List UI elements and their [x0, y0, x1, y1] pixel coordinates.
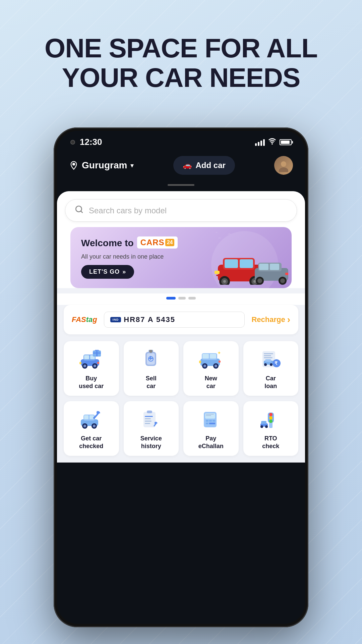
service-history-card[interactable]: Servicehistory: [124, 401, 179, 456]
svg-point-12: [223, 280, 226, 283]
banner-pagination: [57, 293, 305, 305]
lets-go-button[interactable]: LET'S GO »: [81, 265, 134, 279]
pay-echallan-icon: [197, 408, 224, 431]
welcome-banner[interactable]: ⌒ ⌒ ⌒ Welcome to CARS 24 All you: [70, 227, 292, 288]
user-avatar[interactable]: [274, 156, 293, 175]
svg-point-2: [281, 161, 286, 167]
add-car-button[interactable]: 🚗 Add car: [173, 156, 235, 175]
rto-check-card[interactable]: RTOcheck: [243, 401, 299, 456]
search-icon: [75, 205, 83, 216]
location-pin-icon: [69, 161, 78, 170]
wifi-icon: [268, 138, 276, 146]
svg-point-43: [149, 350, 153, 353]
headline-line2: YOUR CAR NEEDS: [27, 63, 335, 93]
status-time: 12:30: [80, 137, 102, 147]
battery-icon: [280, 139, 292, 145]
svg-point-15: [253, 280, 256, 283]
svg-point-98: [260, 425, 263, 428]
svg-rect-59: [264, 353, 273, 354]
plate-number: HR87 A 5435: [124, 315, 175, 324]
headline-line1: ONE SPACE FOR ALL: [27, 34, 335, 63]
svg-rect-77: [147, 411, 152, 413]
buy-used-car-card[interactable]: Buyused car: [64, 341, 119, 396]
banner-content: Welcome to CARS 24 All your car needs in…: [81, 236, 281, 279]
svg-point-26: [280, 278, 285, 283]
svg-rect-63: [265, 359, 271, 362]
svg-rect-61: [264, 357, 273, 358]
svg-point-93: [269, 413, 273, 416]
new-car-card[interactable]: ✦ Newcar: [183, 341, 239, 396]
pay-echallan-label: PayeChallan: [198, 435, 224, 450]
svg-point-94: [269, 416, 273, 420]
navigation-bar: Gurugram ▾ 🚗 Add car: [57, 151, 305, 181]
car-loan-label: Carloan: [264, 375, 277, 390]
svg-rect-40: [96, 351, 98, 357]
signal-icon: [255, 139, 265, 146]
page-headline: ONE SPACE FOR ALL YOUR CAR NEEDS: [0, 34, 362, 93]
svg-rect-60: [264, 355, 271, 356]
svg-rect-56: [219, 361, 221, 363]
car-add-icon: 🚗: [183, 161, 192, 170]
recharge-arrow: ›: [287, 314, 290, 325]
svg-rect-80: [145, 421, 152, 422]
avatar-icon: [277, 159, 290, 172]
fastag-section[interactable]: FAStag IND HR87 A 5435 Recharge ›: [64, 305, 298, 334]
status-bar: 12:30: [57, 131, 305, 151]
svg-point-35: [94, 365, 96, 367]
swipe-indicator: [57, 181, 305, 191]
search-bar[interactable]: Search cars by model: [65, 199, 297, 222]
svg-point-52: [203, 365, 206, 367]
car-loan-icon: ₹: [257, 348, 284, 371]
pay-echallan-card[interactable]: PayeChallan: [183, 401, 239, 456]
banner-dot-3[interactable]: [188, 297, 196, 300]
svg-rect-87: [206, 423, 208, 424]
sell-car-card[interactable]: Sellcar: [124, 341, 179, 396]
banner-subtitle: All your car needs in one place: [81, 253, 281, 260]
svg-line-5: [81, 211, 82, 213]
lets-go-arrows: »: [122, 268, 126, 275]
banner-dot-1[interactable]: [166, 297, 176, 300]
get-car-checked-label: Get carchecked: [79, 435, 103, 450]
brand-badge: 24: [165, 239, 175, 246]
svg-point-65: [270, 363, 273, 366]
brand-name: CARS: [140, 238, 165, 247]
rto-check-icon: [257, 408, 284, 431]
status-icons: [255, 138, 292, 146]
banner-welcome-text: Welcome to: [81, 238, 134, 249]
svg-rect-49: [202, 354, 209, 359]
add-car-label: Add car: [196, 161, 226, 170]
phone-mockup: 12:30: [54, 127, 308, 627]
get-car-checked-card[interactable]: Get carchecked: [64, 401, 119, 456]
svg-rect-55: [199, 361, 201, 363]
svg-point-73: [83, 425, 86, 427]
svg-point-33: [83, 365, 86, 367]
services-row-1: Buyused car: [57, 341, 305, 401]
svg-rect-84: [206, 420, 208, 422]
svg-rect-36: [79, 362, 81, 364]
banner-dot-2[interactable]: [178, 297, 186, 300]
recharge-label: Recharge: [251, 315, 285, 324]
svg-rect-81: [145, 423, 150, 424]
svg-rect-89: [206, 414, 214, 415]
car-loan-card[interactable]: ₹ Carloan: [243, 341, 299, 396]
rto-check-label: RTOcheck: [262, 435, 279, 450]
svg-rect-30: [84, 355, 89, 359]
svg-point-75: [93, 425, 96, 427]
cars24-logo: CARS 24: [137, 236, 178, 249]
sell-car-icon: [138, 348, 165, 371]
svg-point-24: [257, 278, 262, 283]
svg-text:✦: ✦: [217, 350, 221, 356]
get-car-checked-icon: [78, 408, 105, 431]
svg-rect-86: [213, 420, 215, 422]
services-row-2: Get carchecked: [57, 401, 305, 463]
phone-screen: 12:30: [57, 131, 305, 624]
svg-text:₹: ₹: [275, 361, 278, 366]
buy-used-car-label: Buyused car: [79, 375, 104, 390]
location-label: Gurugram: [82, 160, 127, 171]
recharge-button[interactable]: Recharge ›: [251, 314, 290, 325]
location-selector[interactable]: Gurugram ▾: [69, 160, 134, 171]
svg-point-3: [279, 167, 288, 172]
svg-rect-85: [209, 420, 212, 422]
sell-car-label: Sellcar: [146, 375, 157, 390]
svg-rect-88: [209, 423, 215, 424]
